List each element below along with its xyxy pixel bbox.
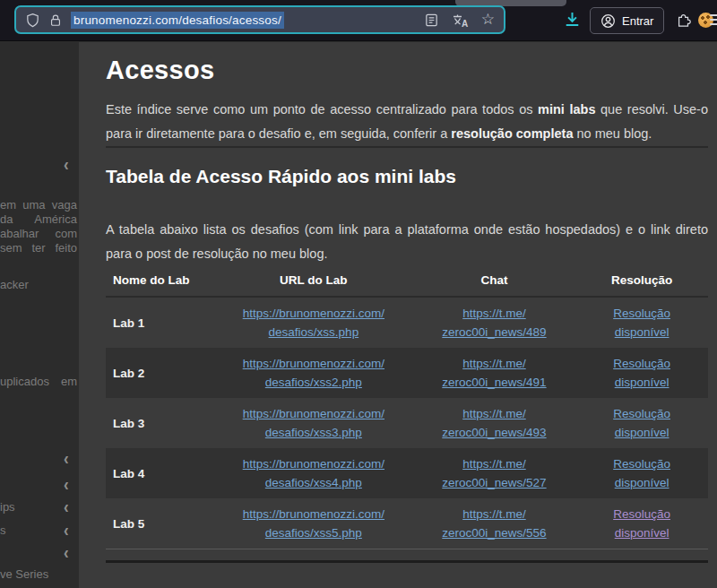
resolution-link[interactable]: Resoluçãodisponível	[583, 505, 701, 542]
lab-name: Lab 5	[106, 498, 214, 549]
page-viewport: ‹ em uma vaga da América abalhar com sem…	[0, 42, 717, 588]
link-line: zeroc00i_news/556	[420, 523, 568, 542]
link-line: disponível	[583, 323, 701, 342]
url-text[interactable]: brunomenozzi.com/desafios/acessos/	[71, 12, 284, 29]
link-line: disponível	[583, 523, 701, 542]
chat-link[interactable]: https://t.me/zeroc00i_news/556	[420, 505, 568, 542]
section-divider	[106, 146, 708, 148]
clipped-text: ve Series	[0, 567, 77, 581]
table-row: Lab 1 https://brunomenozzi.com/desafios/…	[106, 297, 708, 348]
link-line: desafios/xss.php	[221, 323, 406, 342]
col-header-chat: Chat	[413, 266, 575, 297]
section-description: A tabela abaixo lista os desafios (com l…	[106, 218, 708, 266]
table-row: Lab 4 https://brunomenozzi.com/desafios/…	[106, 448, 708, 498]
col-header-url-do-lab: URL do Lab	[214, 266, 413, 297]
col-header-resolucao: Resolução	[575, 266, 708, 297]
link-line: desafios/xss4.php	[221, 473, 406, 492]
section-title: Tabela de Acesso Rápido aos mini labs	[106, 166, 708, 187]
link-line: https://t.me/	[420, 505, 568, 523]
bookmark-star-icon[interactable]: ☆	[481, 13, 495, 27]
labs-table: Nome do Lab URL do Lab Chat Resolução La…	[106, 266, 708, 549]
resolution-link[interactable]: Resoluçãodisponível	[583, 354, 701, 392]
lab-url-link[interactable]: https://brunomenozzi.com/desafios/xss.ph…	[221, 304, 406, 342]
clipped-text: em uma vaga	[0, 198, 77, 212]
table-header-row: Nome do Lab URL do Lab Chat Resolução	[106, 266, 708, 297]
intro-paragraph: Este índice serve como um ponto de acess…	[106, 98, 708, 146]
download-icon[interactable]	[563, 10, 582, 29]
link-line: Resolução	[583, 304, 701, 323]
background-page-column: ‹ em uma vaga da América abalhar com sem…	[0, 42, 79, 588]
bottom-divider	[106, 560, 708, 563]
menu-hamburger-icon[interactable]	[710, 14, 717, 28]
sign-in-button[interactable]: Entrar	[590, 7, 664, 34]
link-line: zeroc00i_news/489	[420, 323, 568, 342]
link-line: https://t.me/	[420, 454, 568, 473]
clipped-text: acker	[0, 278, 77, 291]
link-line: https://brunomenozzi.com/	[221, 354, 406, 373]
svg-text:A: A	[462, 18, 468, 28]
chat-link[interactable]: https://t.me/zeroc00i_news/527	[420, 454, 568, 492]
clipped-text: da América	[0, 212, 77, 226]
lab-url-link[interactable]: https://brunomenozzi.com/desafios/xss2.p…	[221, 354, 406, 392]
link-line: disponível	[583, 423, 701, 442]
link-line: zeroc00i_news/493	[420, 423, 568, 442]
lab-name: Lab 4	[106, 448, 214, 498]
intro-text-segment: Este índice serve como um ponto de acess…	[106, 102, 538, 117]
lab-url-link[interactable]: https://brunomenozzi.com/desafios/xss5.p…	[221, 505, 406, 542]
tracking-protection-shield-icon[interactable]	[25, 13, 40, 28]
content-panel: Acessos Este índice serve como um ponto …	[79, 42, 717, 588]
url-bar[interactable]: brunomenozzi.com/desafios/acessos/ A ☆	[14, 5, 505, 34]
chevron-collapse-icon[interactable]: ‹	[64, 546, 69, 560]
link-line: zeroc00i_news/491	[420, 373, 568, 392]
chevron-collapse-icon[interactable]: ‹	[64, 478, 69, 492]
link-line: https://t.me/	[420, 354, 568, 373]
col-header-nome-do-lab: Nome do Lab	[106, 266, 214, 297]
chat-link[interactable]: https://t.me/zeroc00i_news/491	[420, 354, 568, 392]
resolution-link[interactable]: Resoluçãodisponível	[583, 404, 701, 442]
chat-link[interactable]: https://t.me/zeroc00i_news/493	[420, 404, 568, 442]
lab-name: Lab 2	[106, 348, 214, 398]
link-line: Resolução	[583, 505, 701, 523]
link-line: disponível	[583, 473, 701, 492]
link-line: desafios/xss5.php	[221, 523, 406, 542]
lab-url-link[interactable]: https://brunomenozzi.com/desafios/xss3.p…	[221, 404, 406, 442]
chevron-collapse-icon[interactable]: ‹	[64, 500, 69, 514]
link-line: desafios/xss2.php	[221, 373, 406, 392]
browser-toolbar: brunomenozzi.com/desafios/acessos/ A ☆	[0, 0, 717, 41]
reader-view-icon[interactable]	[424, 13, 439, 28]
account-icon	[600, 13, 616, 29]
resolution-link[interactable]: Resoluçãodisponível	[583, 454, 701, 492]
clipped-text: sem ter feito	[0, 241, 77, 255]
intro-text-segment: no meu blog.	[573, 126, 652, 141]
clipped-text: abalhar com	[0, 227, 77, 240]
intro-bold-segment: mini labs	[538, 102, 595, 117]
chat-link[interactable]: https://t.me/zeroc00i_news/489	[420, 304, 568, 342]
link-line: Resolução	[583, 354, 701, 373]
link-line: disponível	[583, 373, 701, 392]
link-line: zeroc00i_news/527	[420, 473, 568, 492]
chevron-collapse-icon[interactable]: ‹	[64, 158, 69, 172]
table-row: Lab 2 https://brunomenozzi.com/desafios/…	[106, 348, 708, 398]
link-line: desafios/xss3.php	[221, 423, 406, 442]
link-line: https://brunomenozzi.com/	[221, 505, 406, 523]
link-line: https://t.me/	[420, 304, 568, 323]
link-line: https://brunomenozzi.com/	[221, 454, 406, 473]
translate-icon[interactable]: A	[452, 13, 469, 28]
lab-name: Lab 3	[106, 398, 214, 448]
resolution-link[interactable]: Resoluçãodisponível	[583, 304, 701, 342]
chevron-collapse-icon[interactable]: ‹	[64, 523, 69, 538]
clipped-text: uplicados em	[0, 375, 77, 388]
extensions-puzzle-icon[interactable]	[676, 12, 693, 29]
link-line: Resolução	[583, 454, 701, 473]
table-row: Lab 5 https://brunomenozzi.com/desafios/…	[106, 498, 708, 549]
link-line: https://brunomenozzi.com/	[221, 304, 406, 323]
sign-in-label: Entrar	[622, 14, 653, 28]
intro-bold-segment: resolução completa	[451, 126, 573, 141]
page-title: Acessos	[106, 55, 708, 85]
lab-name: Lab 1	[106, 297, 214, 348]
lab-url-link[interactable]: https://brunomenozzi.com/desafios/xss4.p…	[221, 454, 406, 492]
chevron-collapse-icon[interactable]: ‹	[64, 452, 69, 466]
link-line: Resolução	[583, 404, 701, 423]
table-row: Lab 3 https://brunomenozzi.com/desafios/…	[106, 398, 708, 448]
lock-icon[interactable]	[48, 13, 63, 28]
